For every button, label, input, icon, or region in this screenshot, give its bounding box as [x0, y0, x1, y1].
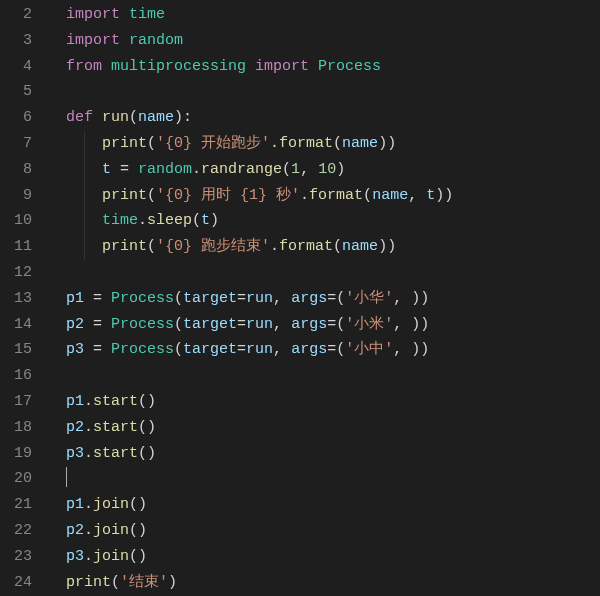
token-paren: )) — [435, 187, 453, 204]
token-paren: ( — [363, 187, 372, 204]
token-comma: , — [300, 161, 318, 178]
token-op: = — [84, 341, 111, 358]
token-fn: format — [279, 238, 333, 255]
token-mod: Process — [111, 341, 174, 358]
token-var: p2 — [66, 316, 84, 333]
token-comma: , — [393, 290, 411, 307]
code-line[interactable] — [66, 260, 600, 286]
token-op — [120, 6, 129, 23]
line-number: 13 — [0, 286, 32, 312]
token-paren: )) — [411, 341, 429, 358]
line-number: 10 — [0, 208, 32, 234]
token-fn: join — [93, 522, 129, 539]
token-mod: multiprocessing — [111, 58, 246, 75]
token-var: run — [246, 341, 273, 358]
code-line[interactable]: import random — [66, 28, 600, 54]
code-line[interactable]: time.sleep(t) — [66, 208, 600, 234]
code-line[interactable]: p3.start() — [66, 441, 600, 467]
token-paren: ( — [336, 316, 345, 333]
token-var: t — [102, 161, 111, 178]
code-line[interactable]: t = random.randrange(1, 10) — [66, 157, 600, 183]
code-line[interactable]: print('结束') — [66, 570, 600, 596]
token-op: . — [270, 135, 279, 152]
token-var: name — [342, 238, 378, 255]
token-op: = — [327, 341, 336, 358]
token-paren: ( — [147, 135, 156, 152]
token-kw: import — [255, 58, 309, 75]
token-fn: format — [279, 135, 333, 152]
token-paren: () — [138, 445, 156, 462]
token-var: name — [342, 135, 378, 152]
token-paren: ( — [129, 109, 138, 126]
code-line[interactable]: p3 = Process(target=run, args=('小中', )) — [66, 337, 600, 363]
line-number: 3 — [0, 28, 32, 54]
line-number: 2 — [0, 2, 32, 28]
code-line[interactable]: def run(name): — [66, 105, 600, 131]
line-number: 24 — [0, 570, 32, 596]
token-var: p1 — [66, 393, 84, 410]
token-op: = — [237, 341, 246, 358]
token-paren: ( — [336, 290, 345, 307]
code-area[interactable]: import timeimport randomfrom multiproces… — [46, 0, 600, 596]
line-number: 7 — [0, 131, 32, 157]
code-line[interactable] — [66, 79, 600, 105]
code-editor[interactable]: 23456789101112131415161718192021222324 i… — [0, 0, 600, 596]
token-var: p3 — [66, 548, 84, 565]
indent-guide — [84, 131, 85, 260]
code-line[interactable]: print('{0} 用时 {1} 秒'.format(name, t)) — [66, 183, 600, 209]
line-number: 18 — [0, 415, 32, 441]
code-line[interactable] — [66, 466, 600, 492]
code-line[interactable]: print('{0} 跑步结束'.format(name)) — [66, 234, 600, 260]
code-line[interactable]: from multiprocessing import Process — [66, 54, 600, 80]
token-var: target — [183, 316, 237, 333]
token-paren: )) — [411, 316, 429, 333]
token-op: . — [300, 187, 309, 204]
token-op — [102, 58, 111, 75]
token-str: '{0} 跑步结束' — [156, 238, 270, 255]
token-paren: () — [129, 548, 147, 565]
token-str: '小米' — [345, 316, 393, 333]
code-line[interactable]: print('{0} 开始跑步'.format(name)) — [66, 131, 600, 157]
token-op: . — [84, 445, 93, 462]
token-op: = — [237, 290, 246, 307]
code-line[interactable]: p1 = Process(target=run, args=('小华', )) — [66, 286, 600, 312]
line-number: 21 — [0, 492, 32, 518]
token-fn: print — [102, 187, 147, 204]
token-fn: print — [66, 574, 111, 591]
token-paren: ( — [282, 161, 291, 178]
token-fn: start — [93, 445, 138, 462]
code-line[interactable]: p1.join() — [66, 492, 600, 518]
code-line[interactable]: p1.start() — [66, 389, 600, 415]
token-paren: ( — [174, 341, 183, 358]
token-comma: , — [273, 290, 291, 307]
token-op: = — [111, 161, 138, 178]
code-line[interactable]: p3.join() — [66, 544, 600, 570]
token-paren: ( — [333, 238, 342, 255]
token-var: args — [291, 341, 327, 358]
token-mod: Process — [318, 58, 381, 75]
token-paren: ) — [174, 109, 183, 126]
token-op: . — [84, 419, 93, 436]
token-kw: def — [66, 109, 93, 126]
token-paren: ) — [210, 212, 219, 229]
token-paren: ) — [168, 574, 177, 591]
line-number: 17 — [0, 389, 32, 415]
token-var: args — [291, 290, 327, 307]
code-line[interactable]: p2.join() — [66, 518, 600, 544]
token-mod: Process — [111, 290, 174, 307]
token-op: = — [327, 316, 336, 333]
token-paren: ( — [111, 574, 120, 591]
token-paren: ( — [192, 212, 201, 229]
code-line[interactable]: import time — [66, 2, 600, 28]
token-mod: random — [138, 161, 192, 178]
token-mod: time — [129, 6, 165, 23]
token-fn: sleep — [147, 212, 192, 229]
code-line[interactable]: p2 = Process(target=run, args=('小米', )) — [66, 312, 600, 338]
token-paren: ( — [174, 316, 183, 333]
code-line[interactable]: p2.start() — [66, 415, 600, 441]
token-fn: join — [93, 496, 129, 513]
token-paren: )) — [378, 238, 396, 255]
line-number: 12 — [0, 260, 32, 286]
line-number: 5 — [0, 79, 32, 105]
code-line[interactable] — [66, 363, 600, 389]
